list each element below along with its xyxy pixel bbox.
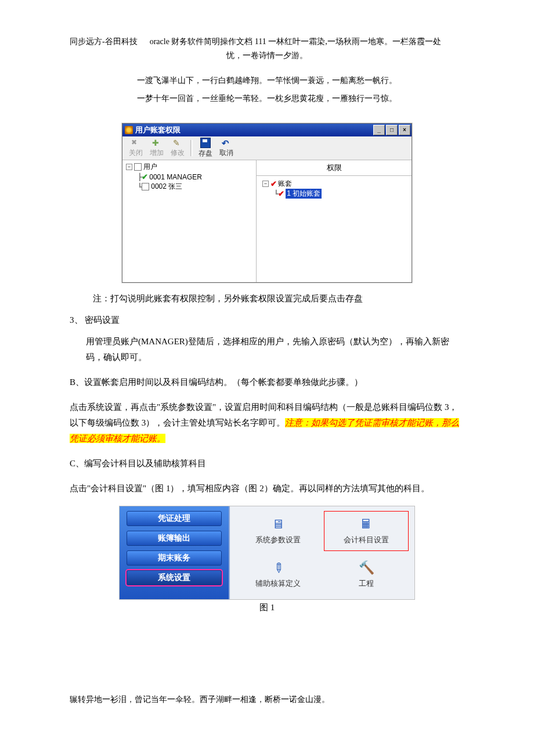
section-b-heading: B、设置帐套启用时间以及科目编码结构。（每个帐套都要单独做此步骤。） <box>70 375 464 390</box>
poem-l2: 一梦十年一回首，一丝垂纶一苇轻。一枕乡思黄花瘦，一雁独行一弓惊。 <box>70 91 464 106</box>
nav-voucher-button[interactable]: 凭证处理 <box>127 511 222 526</box>
edit-icon <box>173 138 182 147</box>
header-right: oracle 财务软件简明操作文档 111 一林红叶一霜染,一场秋雨一地寒。一栏… <box>150 37 441 46</box>
tree-branch-icon: ┗ <box>274 190 277 198</box>
tb-add-button: 增加 <box>147 138 167 158</box>
pen-icon <box>270 560 286 576</box>
perm-root[interactable]: 账套 <box>278 179 292 189</box>
section-c-para: 点击"会计科目设置"（图 1），填写相应内容（图 2）确定。再以同样的方法填写其… <box>70 481 464 496</box>
permission-tree[interactable]: − ✔ 账套 ┗ ✔ 1 初始账套 <box>257 176 412 282</box>
tree-branch-icon: ┣ <box>138 173 140 181</box>
tree-collapse-icon[interactable]: − <box>262 181 269 187</box>
section-b-para: 点击系统设置，再点击"系统参数设置"，设置启用时间和科目编码结构（一般是总账科目… <box>70 399 464 447</box>
figure-1-caption: 图 1 <box>70 602 464 613</box>
tree-collapse-icon[interactable]: − <box>126 164 132 170</box>
header-line2: 忧，一卷诗情一夕游。 <box>70 49 464 63</box>
window-titlebar[interactable]: 用户账套权限 _ □ × <box>122 124 412 136</box>
toolbar-separator <box>190 140 193 156</box>
check-green-icon: ✔ <box>142 172 148 181</box>
nav-column: 凭证处理 账簿输出 期末账务 系统设置 <box>120 506 229 599</box>
tree-user-1[interactable]: 0001 MANAGER <box>149 173 202 181</box>
nav-system-button[interactable]: 系统设置 <box>127 570 222 585</box>
undo-icon <box>222 138 231 147</box>
perm-item-selected[interactable]: 1 初始账套 <box>286 189 322 199</box>
close-window-button[interactable]: × <box>399 125 410 135</box>
add-icon <box>152 138 161 147</box>
section-3-para: 用管理员账户(MANAGER)登陆后，选择相应的用户，先输入原密码（默认为空），… <box>86 334 464 365</box>
monitor-icon <box>270 516 286 532</box>
tb-edit-button: 修改 <box>168 138 187 158</box>
note-text: 注：打勾说明此账套有权限控制，另外账套权限设置完成后要点击存盘 <box>93 293 464 304</box>
checkbox-icon[interactable] <box>134 163 142 171</box>
icon-system-params[interactable]: 系统参数设置 <box>236 511 320 551</box>
poem-block: 一渡飞瀑半山下，一行白鹤越峰翔。一竿怅惆一蓑远，一船离愁一帆行。 一梦十年一回首… <box>70 73 464 106</box>
figure-1: 凭证处理 账簿输出 期末账务 系统设置 系统参数设置 会计科目设置 辅助核算定义… <box>119 506 415 600</box>
checkbox-icon[interactable] <box>142 183 149 190</box>
poem-l1: 一渡飞瀑半山下，一行白鹤越峰翔。一竿怅惆一蓑远，一船离愁一帆行。 <box>70 73 464 88</box>
icon-project[interactable]: 工程 <box>324 555 409 595</box>
maximize-button[interactable]: □ <box>386 125 398 135</box>
tree-branch-icon: ┗ <box>138 183 140 191</box>
tb-cancel-button[interactable]: 取消 <box>217 138 236 158</box>
nav-periodend-button[interactable]: 期末账务 <box>127 550 222 566</box>
icon-aux-accounting[interactable]: 辅助核算定义 <box>236 555 320 595</box>
footer-poem: 辗转异地一衫泪，曾记当年一伞轻。西子湖畔一相逢，断桥一诺金山漫。 <box>70 694 464 705</box>
check-red-icon: ✔ <box>270 179 277 188</box>
tree-user-2[interactable]: 0002 张三 <box>151 182 182 192</box>
icon-grid: 系统参数设置 会计科目设置 辅助核算定义 工程 <box>229 506 414 599</box>
tb-save-button[interactable]: 存盘 <box>196 138 215 159</box>
toolbar: ✖ 关闭 增加 修改 存盘 取消 <box>122 136 412 160</box>
user-tree-pane[interactable]: − 用户 ┣ ✔ 0001 MANAGER ┗ 0002 张三 <box>122 160 257 282</box>
tree-root-user[interactable]: 用户 <box>143 162 157 172</box>
icon-account-subjects[interactable]: 会计科目设置 <box>324 511 409 551</box>
hammer-icon <box>358 560 374 576</box>
app-icon <box>125 126 133 134</box>
minimize-button[interactable]: _ <box>373 125 385 135</box>
doc-header: 同步远方-谷田科技 oracle 财务软件简明操作文档 111 一林红叶一霜染,… <box>70 35 464 49</box>
permission-header: 权限 <box>257 160 412 176</box>
save-icon <box>200 138 211 148</box>
window-title: 用户账套权限 <box>135 125 373 135</box>
close-icon: ✖ <box>131 138 140 147</box>
section-c-heading: C、编写会计科目以及辅助核算科目 <box>70 456 464 471</box>
tb-close-button: ✖ 关闭 <box>126 138 146 158</box>
header-left: 同步远方-谷田科技 <box>70 37 138 46</box>
section-3-heading: 3、 密码设置 <box>70 315 464 326</box>
nav-ledger-button[interactable]: 账簿输出 <box>127 531 222 546</box>
check-red-icon: ✔ <box>278 189 284 198</box>
calculator-icon <box>358 516 374 532</box>
permissions-window: 用户账套权限 _ □ × ✖ 关闭 增加 修改 存盘 <box>122 123 412 283</box>
